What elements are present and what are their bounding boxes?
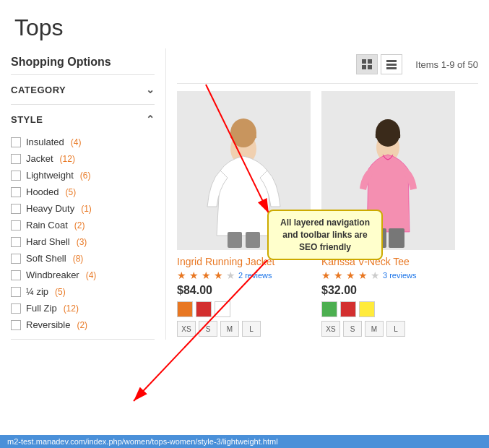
star-4: ★ xyxy=(214,270,223,281)
filter-label-4: Heavy Duty xyxy=(26,203,74,214)
filter-count-5: (2) xyxy=(74,220,85,231)
filter-item-5[interactable]: Rain Coat (2) xyxy=(11,217,155,233)
list-view-button[interactable] xyxy=(381,54,402,74)
size-m-1[interactable]: M xyxy=(365,321,384,337)
filter-item-3[interactable]: Hooded (5) xyxy=(11,184,155,200)
color-swatches-1 xyxy=(321,301,455,317)
filter-checkbox-2[interactable] xyxy=(11,171,21,181)
filter-label-0: Insulated xyxy=(26,137,64,147)
toolbar: Items 1-9 of 50 xyxy=(177,48,478,84)
reviews-link-0[interactable]: 2 reviews xyxy=(238,271,272,280)
size-xs-0[interactable]: XS xyxy=(177,321,196,337)
star-2: ★ xyxy=(334,270,343,281)
size-swatches-0: XS S M L xyxy=(177,321,311,337)
filter-label-1: Jacket xyxy=(26,153,53,164)
size-l-0[interactable]: L xyxy=(242,321,261,337)
color-swatch-red[interactable] xyxy=(340,301,356,317)
filter-item-9[interactable]: ¼ zip (5) xyxy=(11,283,155,300)
filter-style-label: STYLE xyxy=(11,114,43,125)
filter-count-11: (2) xyxy=(77,320,87,330)
product-price-0: $84.00 xyxy=(177,284,311,297)
filter-category-header[interactable]: CATEGORY ⌄ xyxy=(11,75,155,104)
color-swatch-red[interactable] xyxy=(196,301,212,317)
chevron-up-icon: ⌃ xyxy=(146,113,155,125)
color-swatch-yellow[interactable] xyxy=(359,301,375,317)
filter-item-11[interactable]: Reversible (2) xyxy=(11,316,155,333)
annotation-tooltip: All layered navigation and toolbar links… xyxy=(267,210,383,260)
filter-label-8: Windbreaker xyxy=(26,270,79,280)
color-swatch-green[interactable] xyxy=(321,301,337,317)
filter-item-2[interactable]: Lightweight (6) xyxy=(11,167,155,184)
filter-checkbox-7[interactable] xyxy=(11,254,21,264)
view-toggle xyxy=(356,54,402,74)
items-count: Items 1-9 of 50 xyxy=(415,59,478,70)
filter-style-header[interactable]: STYLE ⌃ xyxy=(11,105,155,134)
filter-item-7[interactable]: Soft Shell (8) xyxy=(11,250,155,267)
filter-label-2: Lightweight xyxy=(26,170,74,181)
filter-count-6: (3) xyxy=(77,237,87,247)
svg-rect-5 xyxy=(386,64,397,66)
filter-count-9: (5) xyxy=(55,287,66,297)
filter-style: STYLE ⌃ Insulated (4) Jacket (12) Lightw… xyxy=(11,105,155,340)
filter-label-9: ¼ zip xyxy=(26,286,48,297)
size-s-0[interactable]: S xyxy=(199,321,217,337)
size-m-0[interactable]: M xyxy=(220,321,239,337)
filter-checkbox-0[interactable] xyxy=(11,137,21,147)
status-bar: m2-test.manadev.com/index.php/women/tops… xyxy=(0,435,489,448)
filter-checkbox-3[interactable] xyxy=(11,187,21,197)
filter-item-6[interactable]: Hard Shell (3) xyxy=(11,233,155,250)
svg-rect-3 xyxy=(368,65,372,69)
color-swatch-orange[interactable] xyxy=(177,301,193,317)
star-5: ★ xyxy=(226,270,235,281)
product-stars-0: ★ ★ ★ ★ ★ 2 reviews xyxy=(177,270,311,281)
reviews-link-1[interactable]: 3 reviews xyxy=(383,271,416,280)
star-3: ★ xyxy=(346,270,355,281)
filter-checkbox-8[interactable] xyxy=(11,270,21,280)
filter-label-7: Soft Shell xyxy=(26,253,66,264)
filter-checkbox-1[interactable] xyxy=(11,154,21,164)
svg-rect-6 xyxy=(386,67,397,69)
filter-label-11: Reversible xyxy=(26,319,70,330)
product-stars-1: ★ ★ ★ ★ ★ 3 reviews xyxy=(321,270,455,281)
filter-checkbox-6[interactable] xyxy=(11,237,21,247)
filter-item-10[interactable]: Full Zip (12) xyxy=(11,300,155,316)
filter-count-3: (5) xyxy=(66,187,77,197)
filter-checkbox-5[interactable] xyxy=(11,220,21,231)
product-price-1: $32.00 xyxy=(321,284,455,297)
svg-rect-0 xyxy=(362,59,366,64)
filter-checkbox-4[interactable] xyxy=(11,204,21,214)
filter-count-1: (12) xyxy=(60,154,75,164)
star-5: ★ xyxy=(371,270,380,281)
size-l-1[interactable]: L xyxy=(386,321,405,337)
svg-rect-2 xyxy=(362,65,366,69)
filter-checkbox-9[interactable] xyxy=(11,287,21,297)
size-s-1[interactable]: S xyxy=(343,321,362,337)
filter-item-8[interactable]: Windbreaker (4) xyxy=(11,267,155,283)
filter-item-1[interactable]: Jacket (12) xyxy=(11,150,155,167)
filter-label-6: Hard Shell xyxy=(26,236,70,247)
color-swatches-0 xyxy=(177,301,311,317)
filter-count-10: (12) xyxy=(64,303,79,314)
star-1: ★ xyxy=(177,270,186,281)
filter-label-10: Full Zip xyxy=(26,303,57,314)
filter-label-3: Hooded xyxy=(26,186,59,197)
star-3: ★ xyxy=(202,270,211,281)
shopping-options-label: Shopping Options xyxy=(11,48,155,75)
filter-item-0[interactable]: Insulated (4) xyxy=(11,134,155,150)
filter-count-4: (1) xyxy=(81,204,92,214)
size-xs-1[interactable]: XS xyxy=(321,321,340,337)
filter-style-body: Insulated (4) Jacket (12) Lightweight (6… xyxy=(11,134,155,339)
grid-view-button[interactable] xyxy=(356,54,378,74)
filter-item-4[interactable]: Heavy Duty (1) xyxy=(11,200,155,217)
svg-rect-10 xyxy=(246,232,260,248)
filter-count-2: (6) xyxy=(80,171,91,181)
star-4: ★ xyxy=(358,270,368,281)
svg-rect-4 xyxy=(386,60,397,62)
color-swatch-white[interactable] xyxy=(215,301,230,317)
filter-category: CATEGORY ⌄ xyxy=(11,75,155,105)
filter-checkbox-11[interactable] xyxy=(11,320,21,330)
filter-count-0: (4) xyxy=(71,137,82,147)
svg-rect-9 xyxy=(228,232,242,248)
star-1: ★ xyxy=(321,270,331,281)
filter-checkbox-10[interactable] xyxy=(11,303,21,314)
